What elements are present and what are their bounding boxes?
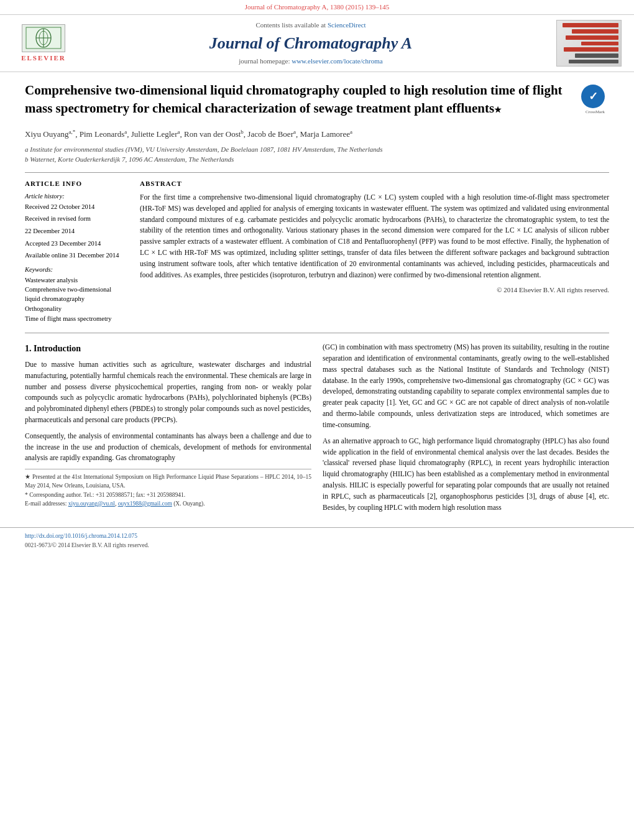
cover-bar-4 xyxy=(581,42,618,46)
sciencedirect-link[interactable]: ScienceDirect xyxy=(328,21,366,29)
affiliations: a Institute for environmental studies (I… xyxy=(25,144,609,165)
revised-form-label: Received in revised form xyxy=(25,215,127,224)
received-date: Received 22 October 2014 xyxy=(25,203,127,212)
contents-available: Contents lists available at ScienceDirec… xyxy=(75,21,547,30)
affiliation-a: a Institute for environmental studies (I… xyxy=(25,144,609,155)
intro-para-2: Consequently, the analysis of environmen… xyxy=(25,431,311,464)
revised-date: 22 December 2014 xyxy=(25,227,127,236)
article-info-heading: ARTICLE INFO xyxy=(25,179,127,188)
footer: http://dx.doi.org/10.1016/j.chroma.2014.… xyxy=(0,527,634,553)
doi-link[interactable]: http://dx.doi.org/10.1016/j.chroma.2014.… xyxy=(25,533,137,539)
elsevier-emblem xyxy=(22,24,65,52)
crossmark-label: CrossMark xyxy=(581,109,609,116)
email-link-1[interactable]: xiyu.ouyang@vu.nl xyxy=(68,501,115,507)
crossmark-badge[interactable]: ✓ CrossMark xyxy=(581,85,609,116)
homepage-line: journal homepage: www.elsevier.com/locat… xyxy=(75,57,547,66)
article-title: Comprehensive two-dimensional liquid chr… xyxy=(25,81,575,117)
journal-name: Journal of Chromatography A xyxy=(75,32,547,55)
keywords-section: Keywords: Wastewater analysis Comprehens… xyxy=(25,265,127,323)
issn-line: 0021-9673/© 2014 Elsevier B.V. All right… xyxy=(25,542,149,548)
history-label: Article history: xyxy=(25,192,127,201)
main-content: Comprehensive two-dimensional liquid chr… xyxy=(0,72,634,527)
right-column: (GC) in combination with mass spectromet… xyxy=(323,342,609,518)
elsevier-wordmark: ELSEVIER xyxy=(21,53,66,63)
email-name: (X. Ouyang). xyxy=(173,501,204,507)
cover-bar-2 xyxy=(572,29,618,34)
footnote-email: E-mail addresses: xiyu.ouyang@vu.nl, ouy… xyxy=(25,499,311,508)
cover-bar-7 xyxy=(569,60,618,64)
section-1-heading: 1. Introduction xyxy=(25,342,311,356)
abstract-text: For the first time a comprehensive two-d… xyxy=(140,192,609,281)
keyword-1: Wastewater analysis xyxy=(25,276,127,285)
authors-list: Xiyu Ouyanga,*, Pim Leonardsa, Juliette … xyxy=(25,128,609,141)
cover-bar-5 xyxy=(564,47,618,52)
copyright-notice: © 2014 Elsevier B.V. All rights reserved… xyxy=(140,285,609,295)
footnote-corresponding: * Corresponding author. Tel.: +31 205988… xyxy=(25,491,311,499)
abstract-section: ABSTRACT For the first time a comprehens… xyxy=(140,179,609,325)
cover-bar-6 xyxy=(575,53,618,58)
accepted-date: Accepted 23 December 2014 xyxy=(25,239,127,249)
article-info-panel: ARTICLE INFO Article history: Received 2… xyxy=(25,179,127,325)
keyword-3: Orthogonality xyxy=(25,305,127,314)
journal-title-area: Contents lists available at ScienceDirec… xyxy=(75,21,547,66)
intro-para-3: (GC) in combination with mass spectromet… xyxy=(323,342,609,431)
crossmark-icon: ✓ xyxy=(581,85,605,108)
content-divider xyxy=(25,333,609,333)
footnote-star: ★ Presented at the 41st International Sy… xyxy=(25,473,311,491)
keywords-label: Keywords: xyxy=(25,265,127,275)
cover-bar-1 xyxy=(563,23,618,27)
journal-cover xyxy=(556,20,622,67)
intro-para-4: As an alternative approach to GC, high p… xyxy=(323,436,609,514)
footnote-area: ★ Presented at the 41st International Sy… xyxy=(25,469,311,508)
journal-citation-bar: Journal of Chromatography A, 1380 (2015)… xyxy=(0,0,634,15)
available-date: Available online 31 December 2014 xyxy=(25,251,127,261)
keyword-2: Comprehensive two-dimensional liquid chr… xyxy=(25,285,127,303)
article-info-abstract: ARTICLE INFO Article history: Received 2… xyxy=(25,172,609,325)
title-footnote-mark: ★ xyxy=(494,105,502,114)
keyword-4: Time of flight mass spectrometry xyxy=(25,315,127,324)
publisher-logo: ELSEVIER xyxy=(12,24,75,63)
homepage-url[interactable]: www.elsevier.com/locate/chroma xyxy=(292,57,383,65)
journal-cover-image xyxy=(547,20,622,67)
article-title-section: Comprehensive two-dimensional liquid chr… xyxy=(25,81,609,122)
journal-citation: Journal of Chromatography A, 1380 (2015)… xyxy=(245,3,390,11)
main-text-area: 1. Introduction Due to massive human act… xyxy=(25,342,609,518)
journal-header: ELSEVIER Contents lists available at Sci… xyxy=(0,15,634,72)
email-link-2[interactable]: ouyx1988@gmail.com xyxy=(118,501,172,507)
left-column: 1. Introduction Due to massive human act… xyxy=(25,342,311,518)
affiliation-b: b Waternet, Korte Ouderkerkerdijk 7, 109… xyxy=(25,154,609,165)
cover-bar-3 xyxy=(566,35,618,40)
abstract-heading: ABSTRACT xyxy=(140,179,609,188)
intro-para-1: Due to massive human activities such as … xyxy=(25,359,311,426)
article-dates: Article history: Received 22 October 201… xyxy=(25,192,127,261)
